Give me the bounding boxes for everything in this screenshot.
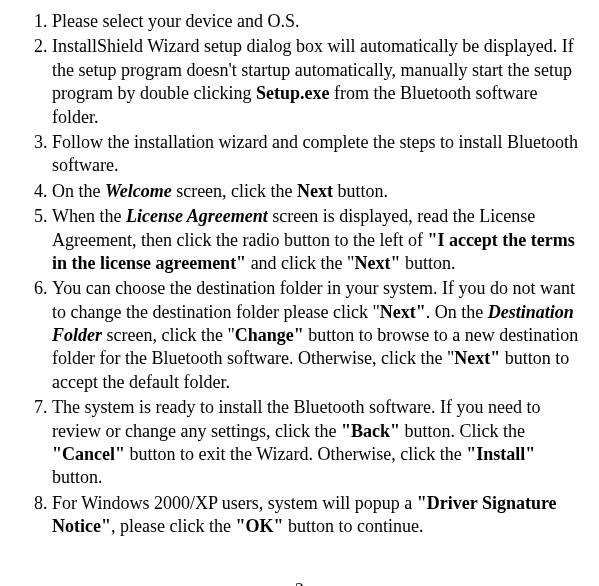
text-segment: License Agreement — [126, 206, 268, 226]
text-segment: Next" — [380, 302, 426, 322]
text-segment: button. — [400, 253, 455, 273]
instruction-list: Please select your device and O.S.Instal… — [12, 10, 587, 539]
text-segment: On the — [52, 181, 105, 201]
text-segment: , please click the — [111, 516, 235, 536]
text-segment: "Cancel" — [52, 444, 125, 464]
text-segment: Follow the installation wizard and compl… — [52, 132, 578, 175]
instruction-item: InstallShield Wizard setup dialog box wi… — [52, 35, 587, 129]
instruction-item: Follow the installation wizard and compl… — [52, 131, 587, 178]
instruction-item: You can choose the destination folder in… — [52, 277, 587, 394]
text-segment: button. — [52, 467, 103, 487]
text-segment: When the — [52, 206, 126, 226]
instruction-item: On the Welcome screen, click the Next bu… — [52, 180, 587, 203]
instruction-item: When the License Agreement screen is dis… — [52, 205, 587, 275]
text-segment: . On the — [426, 302, 488, 322]
text-segment: screen, click the " — [102, 325, 235, 345]
text-segment: "OK" — [235, 516, 283, 536]
text-segment: Welcome — [105, 181, 172, 201]
text-segment: For Windows 2000/XP users, system will p… — [52, 493, 417, 513]
instruction-item: Please select your device and O.S. — [52, 10, 587, 33]
page-number: 2 — [12, 579, 587, 586]
text-segment: button. — [333, 181, 388, 201]
text-segment: button to continue. — [283, 516, 423, 536]
text-segment: screen, click the — [172, 181, 297, 201]
text-segment: Next" — [454, 348, 500, 368]
text-segment: button. Click the — [400, 421, 525, 441]
instruction-item: The system is ready to install the Bluet… — [52, 396, 587, 490]
text-segment: Next — [297, 181, 333, 201]
text-segment: and click the " — [246, 253, 354, 273]
instruction-item: For Windows 2000/XP users, system will p… — [52, 492, 587, 539]
text-segment: "Back" — [341, 421, 400, 441]
text-segment: Setup.exe — [256, 83, 330, 103]
text-segment: Change" — [235, 325, 304, 345]
text-segment: Please select your device and O.S. — [52, 11, 299, 31]
text-segment: button to exit the Wizard. Otherwise, cl… — [125, 444, 466, 464]
text-segment: "Install" — [466, 444, 535, 464]
text-segment: Next" — [354, 253, 400, 273]
